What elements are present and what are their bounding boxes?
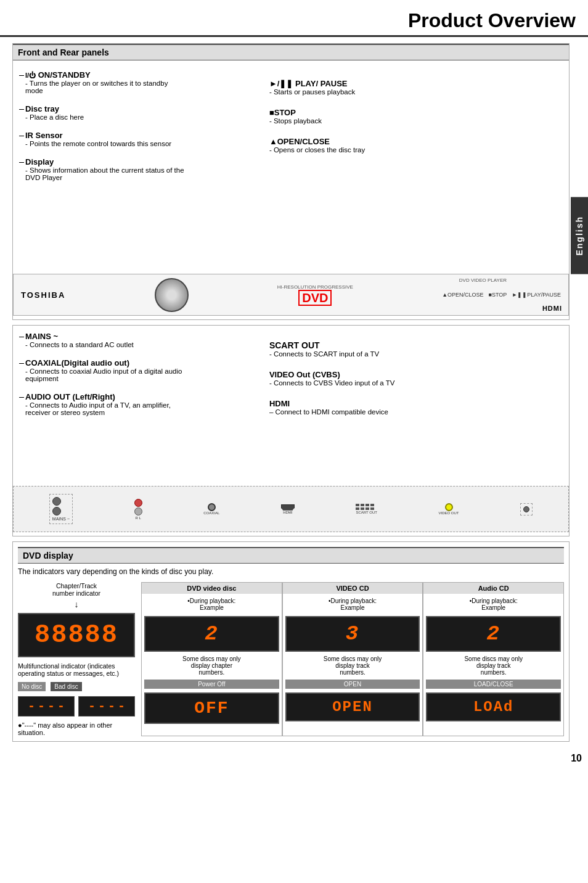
bullet-note: ●"----" may also appear in othersituatio… — [18, 721, 135, 736]
ir-sensor-desc: - Points the remote control towards this… — [25, 140, 257, 147]
audio-port-l — [134, 507, 142, 515]
play-pause-item: ►/❚❚ PLAY/ PAUSE - Starts or pauses play… — [269, 79, 563, 96]
mains-label: MAINS ~ — [25, 332, 257, 341]
pin — [356, 507, 359, 510]
video-cd-note: Some discs may onlydisplay tracknumbers. — [285, 655, 420, 676]
front-panel-annotations: I/⏻ ON/STANDBY - Turns the player on or … — [13, 64, 569, 274]
dash7: - — [108, 699, 115, 713]
open-lcd: OPEN — [285, 692, 420, 721]
badge-row: No disc Bad disc — [18, 682, 135, 691]
video-out-desc: - Connects to CVBS Video input of a TV — [269, 379, 563, 387]
display-label: Display — [25, 157, 257, 166]
dvd-video-col-sub: •During playback:Example — [144, 598, 279, 611]
coaxial-port-label: COAXIAL — [203, 511, 219, 515]
stop-item: ■STOP - Stops playback — [269, 108, 563, 125]
pin — [370, 504, 374, 506]
coaxial-port: COAXIAL — [203, 503, 219, 515]
multifunctional-label: Multifunctional indicator (indicatesoper… — [18, 662, 135, 677]
hdmi-label-device: HDMI — [542, 305, 562, 312]
dvd-video-lcd: 2 — [144, 616, 279, 652]
video-out-item: VIDEO Out (CVBS) - Connects to CVBS Vide… — [269, 370, 563, 387]
hdmi-item: HDMI – Connect to HDMI compatible device — [269, 399, 563, 416]
dash5: - — [88, 699, 96, 713]
open-badge: OPEN — [285, 680, 420, 689]
left-annotations: I/⏻ ON/STANDBY - Turns the player on or … — [13, 64, 263, 274]
ir-sensor-item: IR Sensor - Points the remote control to… — [19, 131, 257, 147]
audio-label: R L — [135, 516, 141, 520]
stop-desc: - Stops playback — [269, 117, 563, 125]
stop-label: ■STOP — [269, 108, 563, 117]
front-device-image: TOSHIBA HI-RESOLUTION PROGRESSIVE DVD ▲O… — [13, 274, 569, 316]
audio-out-desc: - Connects to Audio input of a TV, an am… — [25, 401, 257, 416]
connector-circle-2 — [52, 507, 61, 515]
display-item: Display - Shows information about the cu… — [19, 157, 257, 181]
scart-label: SCART OUT — [356, 511, 377, 514]
dashes-row: - - - - - - - - — [18, 694, 135, 717]
open-close-label: ▲OPEN/CLOSE — [269, 137, 563, 146]
on-standby-label: I/⏻ ON/STANDBY — [25, 70, 257, 80]
video-cd-col-sub: •During playback:Example — [285, 598, 420, 611]
scart-out-desc: - Connects to SCART input of a TV — [269, 350, 563, 358]
page-title: Product Overview — [408, 9, 576, 31]
pin — [365, 504, 369, 506]
no-disc-dashes: - - - - — [18, 696, 75, 717]
dash3: - — [47, 699, 55, 713]
coaxial-label: COAXIAL(Digital audio out) — [25, 358, 257, 368]
audio-out-item: AUDIO OUT (Left/Right) - Connects to Aud… — [19, 392, 257, 416]
mains-desc: - Connects to a standard AC outlet — [25, 341, 257, 348]
on-standby-text: ON/STANDBY — [38, 70, 91, 80]
rear-left-annotations: MAINS ~ - Connects to a standard AC outl… — [13, 326, 263, 486]
scart-pins-row1 — [356, 504, 374, 506]
on-standby-desc: - Turns the player on or switches it to … — [25, 80, 257, 94]
display-left: Chapter/Tracknumber indicator ↓ 88888 Mu… — [18, 582, 141, 736]
video-port-label: VIDEO OUT — [439, 511, 459, 515]
connector-circle-1 — [52, 497, 61, 506]
device-sub-text: HI-RESOLUTION PROGRESSIVE — [277, 284, 353, 290]
dvd-video-player-label: DVD VIDEO PLAYER — [459, 277, 507, 283]
dash8: - — [118, 699, 125, 713]
display-right: DVD video disc •During playback:Example … — [141, 582, 564, 736]
mains-port-label: MAINS ~ — [52, 517, 70, 521]
audio-ports: R L — [134, 499, 142, 520]
play-pause-desc: - Starts or pauses playback — [269, 88, 563, 96]
mains-item: MAINS ~ - Connects to a standard AC outl… — [19, 332, 257, 348]
display-grid: Chapter/Tracknumber indicator ↓ 88888 Mu… — [18, 582, 564, 736]
hdmi-label: HDMI — [269, 399, 563, 408]
chapter-track-label: Chapter/Tracknumber indicator — [18, 582, 135, 597]
disc-tray-item: Disc tray - Place a disc here — [19, 104, 257, 121]
right-edge-connector — [520, 503, 533, 515]
main-lcd: 88888 — [18, 613, 135, 657]
device-buttons: ▲OPEN/CLOSE ■STOP ►❚❚PLAY/PAUSE — [442, 292, 561, 298]
hdmi-port: HDMI — [281, 504, 295, 514]
scart-port: SCART OUT — [356, 504, 377, 514]
arrow-down: ↓ — [18, 599, 135, 609]
rear-panel-annotations: MAINS ~ - Connects to a standard AC outl… — [13, 326, 569, 486]
dvd-video-note: Some discs may onlydisplay chapternumber… — [144, 655, 279, 676]
video-cd-lcd: 3 — [285, 616, 420, 652]
play-pause-label: ►/❚❚ PLAY/ PAUSE — [269, 79, 563, 88]
ir-sensor-label: IR Sensor — [25, 131, 257, 140]
hdmi-desc: – Connect to HDMI compatible device — [269, 408, 563, 416]
pin — [365, 507, 369, 510]
dash6: - — [98, 699, 105, 713]
audio-cd-note: Some discs may onlydisplay tracknumbers. — [426, 655, 561, 676]
load-close-lcd: LOAd — [426, 692, 561, 721]
load-close-badge: LOAD/CLOSE — [426, 680, 561, 689]
dvd-video-col-header: DVD video disc — [142, 583, 282, 594]
scart-out-item: SCART OUT - Connects to SCART input of a… — [269, 340, 563, 358]
dvd-video-col: DVD video disc •During playback:Example … — [141, 582, 282, 736]
dash2: - — [38, 699, 45, 713]
disc-tray-desc: - Place a disc here — [25, 113, 257, 121]
dvd-display-intro: The indicators vary depending on the kin… — [18, 567, 564, 576]
hdmi-connector — [281, 504, 295, 511]
front-rear-section: Front and Rear panels I/⏻ ON/STANDBY - T… — [12, 43, 570, 320]
device-center-info: HI-RESOLUTION PROGRESSIVE DVD — [277, 284, 353, 306]
audio-cd-col: Audio CD •During playback:Example 2 Some… — [423, 582, 564, 736]
scart-out-label: SCART OUT — [269, 340, 563, 350]
page-number: 10 — [0, 748, 588, 766]
power-off-badge: Power Off — [144, 680, 279, 689]
disc-tray-label: Disc tray — [25, 104, 257, 113]
dvd-display-section: DVD display The indicators vary dependin… — [12, 541, 570, 742]
rear-panel-section: MAINS ~ - Connects to a standard AC outl… — [12, 325, 570, 536]
audio-cd-col-sub: •During playback:Example — [426, 598, 561, 611]
